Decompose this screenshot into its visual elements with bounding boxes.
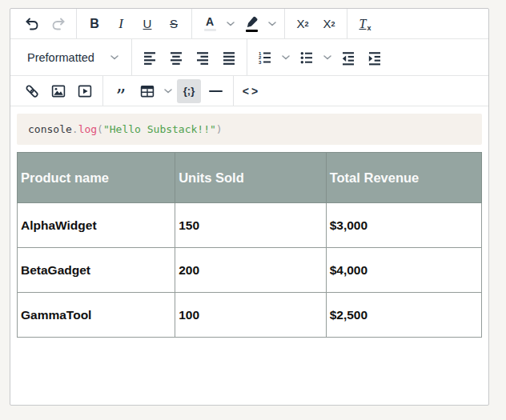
highlight-color-menu-button[interactable]: [266, 12, 279, 36]
code-token: log: [78, 123, 97, 135]
code-token: .: [72, 123, 78, 135]
italic-button[interactable]: I: [109, 12, 133, 36]
chevron-down-icon: [164, 89, 172, 94]
code-block[interactable]: console.log("Hello Substack!!"): [17, 114, 482, 145]
source-code-icon: <>: [243, 85, 260, 98]
align-right-icon: [195, 50, 211, 66]
text-color-icon: A: [204, 17, 216, 31]
table-cell[interactable]: AlphaWidget: [18, 203, 175, 248]
table-button[interactable]: [135, 79, 159, 103]
align-left-button[interactable]: [138, 46, 162, 70]
editor-content[interactable]: console.log("Hello Substack!!") Product …: [10, 106, 488, 345]
blockquote-icon: ”: [116, 94, 127, 100]
undo-button[interactable]: [20, 12, 44, 36]
numbered-list-icon: 1 2 3: [257, 50, 273, 66]
table-cell[interactable]: $3,000: [326, 203, 481, 248]
media-button[interactable]: [73, 79, 97, 103]
table-cell[interactable]: $4,000: [326, 248, 481, 293]
align-justify-icon: [221, 50, 237, 66]
italic-icon: I: [118, 16, 123, 32]
underline-icon: U: [143, 17, 152, 30]
chevron-down-icon: [323, 55, 331, 60]
script-group: X2 X2: [291, 12, 341, 36]
redo-button[interactable]: [46, 12, 70, 36]
strikethrough-button[interactable]: S: [162, 12, 186, 36]
align-left-icon: [142, 50, 158, 66]
bold-button[interactable]: B: [82, 12, 106, 36]
table-row: BetaGadget 200 $4,000: [18, 248, 482, 293]
list-group: 1 2 3: [253, 46, 387, 70]
table-cell[interactable]: 100: [175, 293, 327, 338]
code-token: console: [28, 123, 72, 135]
align-justify-button[interactable]: [217, 46, 241, 70]
table-icon: [139, 83, 155, 99]
align-center-button[interactable]: [164, 46, 188, 70]
clear-formatting-button[interactable]: T x: [353, 12, 377, 36]
link-button[interactable]: [20, 79, 44, 103]
chevron-down-icon: [268, 22, 276, 26]
numbered-list-menu-button[interactable]: [279, 46, 292, 70]
code-sample-icon: {;}: [183, 85, 195, 97]
blockquote-button[interactable]: ”: [109, 79, 133, 103]
horizontal-rule-button[interactable]: [203, 79, 227, 103]
toolbar-separator: [284, 9, 285, 38]
superscript-icon: X: [296, 17, 304, 30]
table-cell[interactable]: 200: [175, 248, 327, 293]
code-token: (: [97, 123, 103, 135]
image-button[interactable]: [46, 79, 70, 103]
table-cell[interactable]: BetaGadget: [18, 248, 175, 293]
highlight-color-button[interactable]: [239, 12, 263, 36]
rich-text-editor: B I U S A: [10, 8, 489, 406]
subscript-icon: X: [323, 17, 331, 30]
block-format-select[interactable]: Preformatted: [20, 44, 126, 71]
image-icon: [50, 83, 66, 99]
text-style-group: B I U S: [82, 12, 186, 36]
superscript-button[interactable]: X2: [291, 12, 315, 36]
alignment-group: [138, 46, 241, 70]
table-cell[interactable]: $2,500: [326, 293, 481, 338]
indent-button[interactable]: [363, 46, 387, 70]
horizontal-rule-icon: [209, 90, 223, 92]
block-format-value: Preformatted: [27, 51, 94, 64]
table-menu-button[interactable]: [162, 79, 175, 103]
underline-button[interactable]: U: [135, 12, 159, 36]
toolbar-separator: [233, 76, 234, 106]
toolbar-row-3: ” {;} <>: [10, 76, 488, 106]
table-cell[interactable]: 150: [175, 203, 327, 248]
outdent-button[interactable]: [336, 46, 360, 70]
table-header-cell-units[interactable]: Units Sold: [175, 153, 327, 203]
table-cell[interactable]: GammaTool: [18, 293, 175, 338]
clear-format-group: T x: [353, 12, 377, 36]
code-token: ): [216, 123, 223, 135]
table-header-cell-product[interactable]: Product name: [18, 153, 175, 203]
source-code-button[interactable]: <>: [239, 79, 263, 103]
data-table[interactable]: Product name Units Sold Total Revenue Al…: [17, 152, 482, 338]
block-insert-group: ” {;}: [109, 79, 227, 103]
marker-pen-icon: [245, 16, 259, 28]
numbered-list-button[interactable]: 1 2 3: [253, 46, 277, 70]
toolbar-row-2: Preformatted: [10, 39, 488, 76]
text-color-button[interactable]: A: [198, 12, 222, 36]
bullet-list-menu-button[interactable]: [321, 46, 334, 70]
chevron-down-icon: [282, 55, 290, 60]
undo-icon: [24, 16, 40, 32]
source-group: <>: [239, 79, 263, 103]
link-icon: [24, 83, 40, 99]
insert-group: [20, 79, 97, 103]
table-row: GammaTool 100 $2,500: [18, 293, 482, 338]
clear-formatting-icon: T: [359, 17, 367, 31]
table-header-cell-revenue[interactable]: Total Revenue: [326, 153, 481, 203]
bold-icon: B: [90, 17, 99, 31]
code-token: "Hello Substack!!": [103, 123, 216, 135]
align-right-button[interactable]: [191, 46, 215, 70]
text-color-swatch: [204, 29, 216, 31]
text-color-menu-button[interactable]: [224, 12, 237, 36]
indent-icon: [367, 50, 383, 66]
svg-text:3: 3: [259, 59, 262, 64]
bullet-list-button[interactable]: [295, 46, 319, 70]
chevron-down-icon: [227, 22, 235, 26]
subscript-button[interactable]: X2: [317, 12, 341, 36]
code-sample-button[interactable]: {;}: [177, 79, 201, 103]
strikethrough-icon: S: [170, 17, 178, 30]
media-icon: [77, 83, 93, 99]
